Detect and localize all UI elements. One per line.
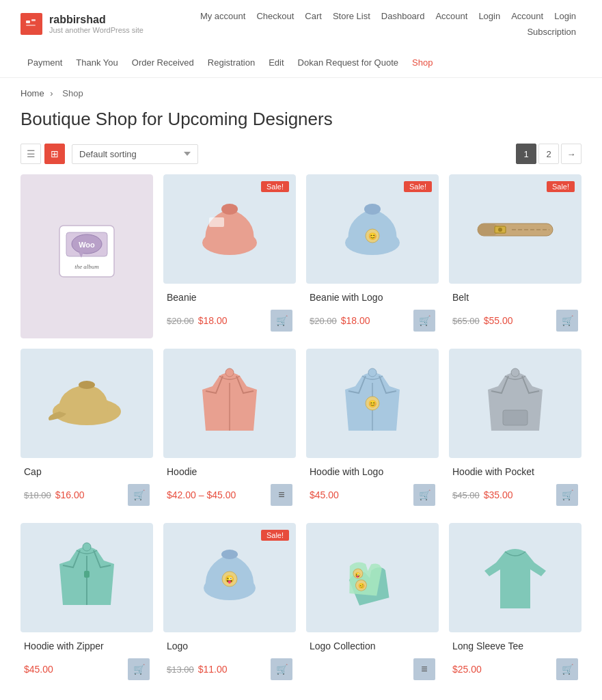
product-name-beanie: Beanie xyxy=(167,292,292,303)
svg-point-38 xyxy=(221,550,238,559)
price-old-beanie-logo: $20.00 xyxy=(310,316,337,326)
sale-badge-belt: Sale! xyxy=(547,181,575,192)
breadcrumb-separator: › xyxy=(50,88,53,98)
product-image-belt: Sale! xyxy=(449,174,582,284)
product-name-hoodie: Hoodie xyxy=(167,466,292,477)
cart-icon: 🛒 xyxy=(562,315,573,326)
grid-view-button[interactable]: ⊞ xyxy=(44,144,65,164)
product-price-beanie-logo: $20.00 $18.00 xyxy=(310,315,370,326)
cart-icon: 🛒 xyxy=(562,664,573,675)
nav-storelist[interactable]: Store List xyxy=(327,8,376,24)
product-price-cap: $18.00 $16.00 xyxy=(24,489,85,500)
product-name-hoodie-logo: Hoodie with Logo xyxy=(310,466,435,477)
logo-icon xyxy=(20,13,42,35)
breadcrumb-home[interactable]: Home xyxy=(20,88,44,98)
nav-myaccount[interactable]: My account xyxy=(195,8,251,24)
product-price-hoodie: $42.00 – $45.00 xyxy=(167,489,236,500)
product-name-longsleeve: Long Sleeve Tee xyxy=(452,641,578,651)
svg-point-25 xyxy=(225,368,234,377)
sort-select[interactable]: Default sorting Sort by popularity Sort … xyxy=(72,144,198,164)
product-card-logo-collection: 😊 😜 Logo Collection ≡ xyxy=(306,523,439,687)
add-to-cart-hoodie-zipper[interactable]: 🛒 xyxy=(128,658,150,680)
menu-icon: ≡ xyxy=(278,489,284,501)
add-to-cart-beanie[interactable]: 🛒 xyxy=(271,310,292,332)
cart-icon: 🛒 xyxy=(276,315,288,326)
page-1-button[interactable]: 1 xyxy=(516,144,536,164)
nav-orderreceived[interactable]: Order Received xyxy=(125,55,201,70)
svg-rect-34 xyxy=(84,571,90,578)
beanie-red-svg xyxy=(195,191,264,267)
product-image-beanie-logo: Sale! 😊 xyxy=(306,174,439,284)
svg-rect-2 xyxy=(26,25,36,26)
product-info-hoodie-zipper: Hoodie with Zipper $45.00 🛒 xyxy=(20,632,153,687)
grid-icon: ⊞ xyxy=(51,148,59,159)
price-new-hoodie-pocket: $35.00 xyxy=(484,489,513,500)
product-card-beanie-logo: Sale! 😊 Beanie with Logo $20.00 $18.00 🛒 xyxy=(306,174,439,338)
nav-login2[interactable]: Login xyxy=(549,8,582,24)
product-image-hoodie-zipper xyxy=(20,523,153,632)
nav-cart[interactable]: Cart xyxy=(299,8,327,24)
product-price-logo: $13.00 $11.00 xyxy=(167,664,228,675)
product-card-beanie: Sale! Beanie $20.00 $18.00 🛒 xyxy=(163,174,296,338)
product-card-logo: Sale! 😜 Logo $13.00 $11.00 🛒 xyxy=(163,523,296,687)
header: rabbirshad Just another WordPress site M… xyxy=(0,0,602,78)
add-to-cart-longsleeve[interactable]: 🛒 xyxy=(556,658,578,680)
page-2-button[interactable]: 2 xyxy=(538,144,559,164)
add-to-cart-hoodie-logo[interactable]: 🛒 xyxy=(413,484,435,506)
price-row-beanie: $20.00 $18.00 🛒 xyxy=(167,310,292,332)
menu-icon: ≡ xyxy=(421,663,427,675)
product-info-longsleeve: Long Sleeve Tee $25.00 🛒 xyxy=(449,632,582,687)
add-to-cart-beanie-logo[interactable]: 🛒 xyxy=(413,310,435,332)
nav-dashboard[interactable]: Dashboard xyxy=(376,8,430,24)
add-to-cart-belt[interactable]: 🛒 xyxy=(556,310,578,332)
nav-registration[interactable]: Registration xyxy=(201,55,262,70)
price-old-logo: $13.00 xyxy=(167,664,194,675)
nav-thankyou[interactable]: Thank You xyxy=(69,55,124,70)
price-row-cap: $18.00 $16.00 🛒 xyxy=(24,484,150,506)
product-image-hoodie xyxy=(163,349,296,458)
hoodie-zipper-svg xyxy=(53,537,121,619)
svg-text:😊: 😊 xyxy=(368,232,377,241)
product-price-beanie: $20.00 $18.00 xyxy=(167,315,228,326)
product-info-belt: Belt $65.00 $55.00 🛒 xyxy=(449,284,582,338)
svg-point-32 xyxy=(83,543,91,551)
product-image-hoodie-pocket xyxy=(449,349,582,458)
product-card-hoodie-pocket: Hoodie with Pocket $45.00 $35.00 🛒 xyxy=(449,349,582,513)
nav-edit[interactable]: Edit xyxy=(262,55,290,70)
add-to-cart-hoodie-pocket[interactable]: 🛒 xyxy=(556,484,578,506)
product-name-hoodie-pocket: Hoodie with Pocket xyxy=(452,466,578,477)
svg-rect-1 xyxy=(31,19,36,21)
product-image-cap xyxy=(20,349,153,458)
price-old-cap: $18.00 xyxy=(24,490,51,500)
cart-icon: 🛒 xyxy=(276,664,288,675)
svg-rect-31 xyxy=(503,410,528,425)
nav-login1[interactable]: Login xyxy=(473,8,506,24)
nav-checkout[interactable]: Checkout xyxy=(251,8,299,24)
bottom-nav: Payment Thank You Order Received Registr… xyxy=(20,55,439,70)
nav-payment[interactable]: Payment xyxy=(20,55,69,70)
product-info-hoodie: Hoodie $42.00 – $45.00 ≡ xyxy=(163,458,296,513)
select-options-hoodie[interactable]: ≡ xyxy=(271,484,292,506)
nav-dokan[interactable]: Dokan Request for Quote xyxy=(291,55,405,70)
belt-svg xyxy=(474,208,556,250)
nav-shop[interactable]: Shop xyxy=(405,55,439,70)
price-row-beanie-logo: $20.00 $18.00 🛒 xyxy=(310,310,435,332)
product-image-logo-collection: 😊 😜 xyxy=(306,523,439,632)
next-page-button[interactable]: → xyxy=(561,144,582,164)
toolbar: ☰ ⊞ Default sorting Sort by popularity S… xyxy=(0,144,602,174)
price-hoodie-zipper: $45.00 xyxy=(24,664,53,675)
price-row-hoodie-pocket: $45.00 $35.00 🛒 xyxy=(452,484,578,506)
add-to-cart-logo[interactable]: 🛒 xyxy=(271,658,292,680)
nav-account1[interactable]: Account xyxy=(430,8,473,24)
add-to-cart-cap[interactable]: 🛒 xyxy=(128,484,150,506)
hoodie-grey-svg xyxy=(481,362,549,444)
svg-point-23 xyxy=(79,381,95,389)
select-options-logo-collection[interactable]: ≡ xyxy=(413,658,435,680)
product-image-beanie: Sale! xyxy=(163,174,296,284)
nav-account2[interactable]: Account xyxy=(506,8,549,24)
price-row-logo: $13.00 $11.00 🛒 xyxy=(167,658,292,680)
nav-subscription[interactable]: Subscription xyxy=(521,24,582,40)
list-view-button[interactable]: ☰ xyxy=(20,144,41,164)
longsleeve-svg xyxy=(481,537,549,619)
cart-icon: 🛒 xyxy=(419,315,430,326)
